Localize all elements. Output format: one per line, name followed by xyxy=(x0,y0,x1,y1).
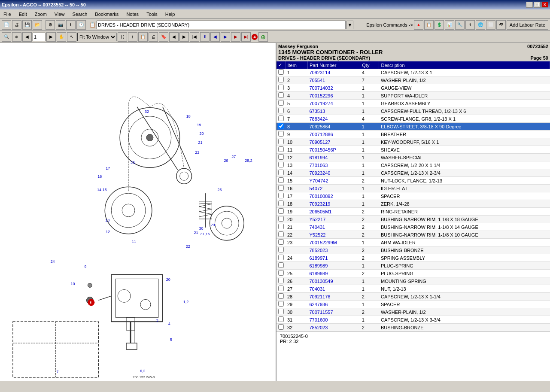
nav-right-button[interactable]: ▶ xyxy=(221,32,230,42)
table-row[interactable]: 15 Y704742 2 NUT-LOCK, FLANGE, 1/2-13 xyxy=(277,177,550,185)
row-checkbox[interactable] xyxy=(277,84,286,92)
zoom-out-icon[interactable]: ⊕ xyxy=(12,32,21,42)
add-labour-button[interactable]: Add Labour Rate xyxy=(507,20,548,30)
eps-btn-6[interactable]: ℹ xyxy=(465,20,475,30)
dropdown-arrow[interactable]: ▼ xyxy=(346,21,353,29)
row-checkbox[interactable] xyxy=(277,107,286,115)
row-checkbox[interactable] xyxy=(277,131,286,138)
row-checkbox[interactable] xyxy=(277,285,286,293)
menu-tools[interactable]: Tools xyxy=(145,11,159,18)
row-checkbox[interactable] xyxy=(277,169,286,177)
select-button[interactable]: ↖ xyxy=(67,32,76,42)
open-button[interactable]: 📂 xyxy=(33,20,42,30)
table-row[interactable]: 25 6189989 2 PLUG-SPRING xyxy=(277,270,550,277)
print2-button[interactable]: 🖨 xyxy=(149,32,158,42)
row-checkbox[interactable] xyxy=(277,223,286,231)
row-checkbox[interactable] xyxy=(277,324,286,331)
new-button[interactable]: 📄 xyxy=(2,20,11,30)
table-row[interactable]: 22 Y52522 2 BUSHING-NARROW RIM, 1-1/8 X … xyxy=(277,231,550,239)
eps-btn-3[interactable]: 💲 xyxy=(435,20,444,30)
row-checkbox[interactable] xyxy=(277,185,286,192)
table-row[interactable]: 12 6181994 1 WASHER-SPECIAL xyxy=(277,154,550,161)
table-row[interactable]: 3 700714032 1 GAUGE-VIEW xyxy=(277,84,550,92)
table-row[interactable]: 14 70923240 1 CAPSCREW, 1/2-13 X 2-3/4 xyxy=(277,169,550,177)
next-view-button[interactable]: ▶ xyxy=(46,32,56,42)
menu-zoom[interactable]: Zoom xyxy=(33,11,49,18)
minimize-button[interactable]: _ xyxy=(526,2,533,8)
table-row[interactable]: 6 673513 1 CAPSCREW-FULL THREAD, 1/2-13 … xyxy=(277,107,550,115)
menu-search[interactable]: Search xyxy=(70,11,89,18)
table-row[interactable]: 26 700130549 1 MOUNTING-SPRING xyxy=(277,277,550,285)
table-row[interactable]: 11 700150456P 1 SHEAVE xyxy=(277,146,550,154)
table-row[interactable]: 16 54072 1 IDLER-FLAT xyxy=(277,185,550,192)
row-checkbox[interactable] xyxy=(277,277,286,285)
forward-button[interactable]: ▶ xyxy=(179,32,189,42)
row-checkbox[interactable] xyxy=(277,231,286,239)
row-checkbox[interactable] xyxy=(277,293,286,301)
row-checkbox[interactable] xyxy=(277,177,286,185)
table-row[interactable]: 20 Y52217 2 BUSHING-NARROW RIM, 1-1/8 X … xyxy=(277,216,550,223)
row-checkbox[interactable] xyxy=(277,246,286,254)
table-row[interactable]: 17 700100892 1 SPACER xyxy=(277,192,550,200)
menu-edit[interactable]: Edit xyxy=(17,11,29,18)
table-row[interactable]: 9 700712886 1 BREATHER xyxy=(277,131,550,138)
row-checkbox[interactable] xyxy=(277,216,286,223)
restore-button[interactable]: ❐ xyxy=(534,2,541,8)
row-checkbox[interactable] xyxy=(277,208,286,216)
save-button[interactable]: 💾 xyxy=(22,20,32,30)
menu-bookmarks[interactable]: Bookmarks xyxy=(93,11,120,18)
table-row[interactable]: 5 700719274 1 GEARBOX ASSEMBLY xyxy=(277,100,550,107)
back-button[interactable]: ◀ xyxy=(169,32,179,42)
table-row[interactable]: 4 700152296 1 SUPPORT WA-IDLER xyxy=(277,92,550,100)
table-row[interactable]: 6189989 1 PLUG-SPRING xyxy=(277,262,550,270)
row-checkbox[interactable] xyxy=(277,76,286,84)
row-checkbox[interactable] xyxy=(277,138,286,146)
nav-first2-button[interactable]: |◀ xyxy=(190,32,199,42)
add-button[interactable]: ⊕ xyxy=(258,32,268,42)
row-checkbox[interactable] xyxy=(277,100,286,107)
bookmark-button[interactable]: 🔖 xyxy=(159,32,168,42)
row-checkbox[interactable] xyxy=(277,308,286,316)
fit-select[interactable]: Fit To Window Fit Width Fit Height xyxy=(77,33,117,41)
table-row[interactable]: 31 7701600 1 CAPSCREW, 1/2-13 X 3-3/4 xyxy=(277,316,550,324)
row-checkbox[interactable] xyxy=(277,192,286,200)
eps-btn-2[interactable]: 📋 xyxy=(424,20,434,30)
menu-help[interactable]: Help xyxy=(164,11,177,18)
row-checkbox[interactable] xyxy=(277,200,286,208)
row-checkbox[interactable] xyxy=(277,146,286,154)
row-checkbox[interactable] xyxy=(277,115,286,123)
table-row[interactable]: 8 70925864 1 ELBOW-STREET, 3/8-18 X 90 D… xyxy=(277,123,550,131)
table-row[interactable]: 29 6247936 1 SPACER xyxy=(277,301,550,308)
table-row[interactable]: 28 70921176 2 CAPSCREW, 1/2-13 X 1-1/4 xyxy=(277,293,550,301)
eps-btn-5[interactable]: 🔧 xyxy=(455,20,465,30)
table-row[interactable]: 21 740431 2 BUSHING-NARROW RIM, 1-1/8 X … xyxy=(277,223,550,231)
row-checkbox[interactable] xyxy=(277,301,286,308)
nav-prev-button[interactable]: ⟨ xyxy=(128,32,137,42)
clock-button[interactable]: 🕐 xyxy=(76,20,86,30)
row-checkbox[interactable] xyxy=(277,239,286,246)
menu-notes[interactable]: Notes xyxy=(125,11,140,18)
row-checkbox[interactable] xyxy=(277,161,286,169)
row-checkbox[interactable] xyxy=(277,92,286,100)
row-checkbox[interactable] xyxy=(277,270,286,277)
table-row[interactable]: 7 7883424 4 SCREW-FLANGE, GR8, 1/2-13 X … xyxy=(277,115,550,123)
close-button[interactable]: ✕ xyxy=(541,2,548,8)
row-checkbox[interactable] xyxy=(277,316,286,324)
row-checkbox[interactable] xyxy=(277,69,286,76)
table-row[interactable]: 2 705541 7 WASHER-PLAIN, 1/2 xyxy=(277,76,550,84)
resize-btn[interactable]: ⬜ xyxy=(486,20,495,30)
table-row[interactable]: 32 7852023 2 BUSHING-BRONZE xyxy=(277,324,550,331)
nav-last-button[interactable]: ▶| xyxy=(241,32,251,42)
menu-file[interactable]: File xyxy=(2,11,13,18)
camera-button[interactable]: 📷 xyxy=(56,20,65,30)
table-row[interactable]: 1 70923114 4 CAPSCREW, 1/2-13 X 1 xyxy=(277,69,550,76)
table-row[interactable]: 10 70905127 1 KEY-WOODRUFF, 5/16 X 1 xyxy=(277,138,550,146)
drag-button[interactable]: ✋ xyxy=(57,32,66,42)
copy-button[interactable]: 📋 xyxy=(138,32,148,42)
table-row[interactable]: 18 70923219 1 ZERK, 1/4-28 xyxy=(277,200,550,208)
table-row[interactable]: 19 206505M1 2 RING-RETAINER xyxy=(277,208,550,216)
window-btn[interactable]: 🗗 xyxy=(496,20,506,30)
eps-btn-7[interactable]: 🌐 xyxy=(476,20,485,30)
table-row[interactable]: 7852023 2 BUSHING-BRONZE xyxy=(277,246,550,254)
nav-home-button[interactable]: ⬆ xyxy=(200,32,210,42)
